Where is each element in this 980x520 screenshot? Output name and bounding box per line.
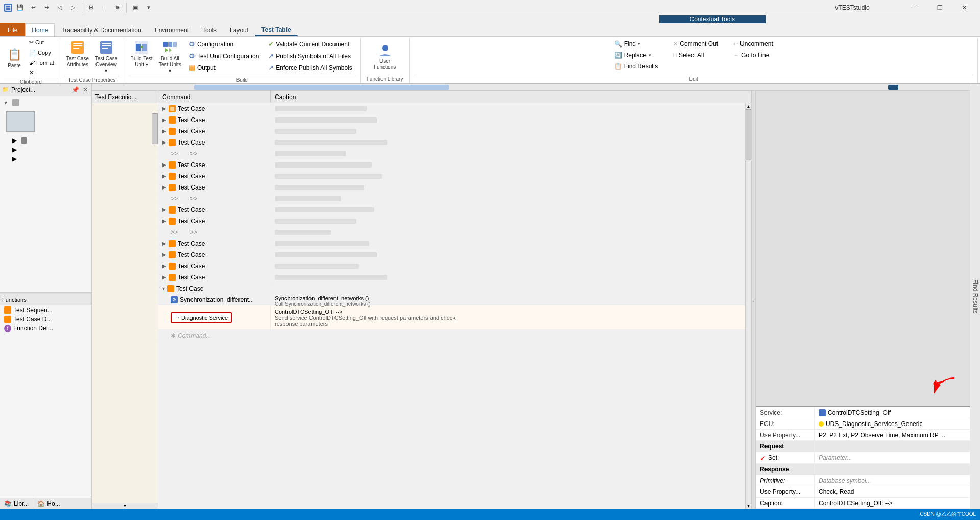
- test-case-overview-button[interactable]: Test CaseOverview ▾: [93, 38, 119, 76]
- configuration-button[interactable]: ⚙ Configuration: [185, 39, 262, 50]
- replace-button[interactable]: 🔄 Replace ▾: [611, 50, 662, 60]
- copy-button[interactable]: 📄 Copy: [26, 48, 58, 58]
- table-row-placeholder[interactable]: ✱ Command...: [158, 330, 751, 341]
- cut-button[interactable]: ✂ Cut: [26, 38, 58, 48]
- enforce-publish-button[interactable]: ↗ Enforce Publish All Symbols: [265, 62, 355, 73]
- table-row-expanded[interactable]: ▾ Test Case: [158, 283, 751, 294]
- svg-rect-8: [102, 45, 111, 46]
- save-icon[interactable]: 💾: [14, 2, 26, 13]
- table-row[interactable]: >> >>: [158, 193, 751, 204]
- props-label-use-property2: Use Property...: [756, 486, 815, 497]
- tool4-icon[interactable]: ▣: [130, 2, 141, 13]
- caption-column-header: Caption: [271, 91, 751, 103]
- maximize-button[interactable]: ❐: [928, 0, 951, 15]
- build-test-unit-button[interactable]: Build TestUnit ▾: [128, 38, 155, 69]
- tree-item-2[interactable]: ▶: [2, 145, 89, 154]
- panel-resize-handle[interactable]: ⋮: [751, 91, 755, 509]
- function-library-label: Function Library: [367, 75, 403, 83]
- table-row[interactable]: ▶ Test Case: [158, 204, 751, 216]
- redo-icon[interactable]: ↪: [41, 2, 52, 13]
- user-functions-button[interactable]: UserFunctions: [371, 40, 399, 72]
- tree-item-1[interactable]: ▶: [2, 136, 89, 145]
- table-row[interactable]: ▶ Test Case: [158, 126, 751, 137]
- paste-button[interactable]: 📋 Paste: [4, 45, 25, 70]
- tab-tools[interactable]: Tools: [196, 23, 223, 36]
- tab-home[interactable]: Home: [25, 23, 55, 36]
- uncomment-button[interactable]: ↩ Uncomment: [730, 39, 777, 49]
- table-row[interactable]: ▶ Test Case: [158, 216, 751, 227]
- center-area: Test Executio... ▼ Command: [92, 84, 970, 509]
- format-button[interactable]: 🖌 Format: [26, 58, 58, 67]
- table-row[interactable]: ▶ Test Case: [158, 182, 751, 193]
- close-button[interactable]: ✕: [952, 0, 976, 15]
- properties-content: Service: ControlDTCSetting_Off ECU:: [756, 406, 970, 509]
- func-item-test-sequen[interactable]: Test Sequen...: [0, 305, 91, 315]
- tab-traceability[interactable]: Traceability & Documentation: [55, 23, 148, 36]
- functions-header: Functions: [0, 294, 91, 305]
- project-tree-item[interactable]: ▾: [2, 98, 89, 107]
- libraries-tab[interactable]: 📚Libr...: [0, 498, 33, 509]
- table-row[interactable]: >> >>: [158, 227, 751, 238]
- table-row[interactable]: ▶ Test Case: [158, 261, 751, 272]
- tab-environment[interactable]: Environment: [148, 23, 196, 36]
- table-row[interactable]: ▶ Test Case: [158, 137, 751, 148]
- contextual-tools-label: Contextual Tools: [659, 15, 766, 23]
- project-close-button[interactable]: ✕: [81, 86, 89, 94]
- build-all-test-units-button[interactable]: Build AllTest Units ▾: [157, 38, 183, 76]
- delete-button[interactable]: ✕: [26, 68, 58, 78]
- project-panel-header: 📁 Project... 📌 ✕: [0, 84, 91, 96]
- find-button[interactable]: 🔍 Find ▾: [611, 39, 662, 49]
- tab-test-table[interactable]: Test Table: [255, 23, 298, 36]
- h-scroll-area[interactable]: [92, 84, 970, 91]
- publish-symbols-button[interactable]: ↗ Publish Symbols of All Files: [265, 51, 355, 61]
- forward-icon[interactable]: ▷: [67, 2, 79, 13]
- command-column-header: Command: [158, 91, 271, 103]
- build-section: Build TestUnit ▾ Build AllTest Units ▾ ⚙: [124, 38, 361, 83]
- table-row-diagnostic[interactable]: ⇒ Diagnostic Service ControlDTCSetting_O…: [158, 305, 751, 330]
- quick-access-icon[interactable]: ▾: [143, 2, 154, 13]
- validate-button[interactable]: ✔ Validate Current Document: [265, 39, 355, 50]
- project-pin-button[interactable]: 📌: [71, 86, 79, 94]
- tool1-icon[interactable]: ⊞: [85, 2, 97, 13]
- output-button[interactable]: ▤ Output: [185, 62, 262, 73]
- table-row[interactable]: ▶ Test Case: [158, 171, 751, 182]
- props-section-response: Response: [756, 464, 970, 475]
- functions-content: Test Sequen... Test Case D... f Function…: [0, 305, 91, 498]
- props-row-primitive: Primitive: Database symbol...: [756, 475, 970, 486]
- func-item-test-case-d[interactable]: Test Case D...: [0, 315, 91, 324]
- table-row[interactable]: ▶ Test Case: [158, 159, 751, 171]
- test-case-attributes-button[interactable]: Test CaseAttributes: [64, 38, 91, 69]
- find-results-tab[interactable]: Find Results: [970, 84, 980, 509]
- commands-body: ▶ Test Case ▶ Test Case: [158, 103, 751, 509]
- table-row[interactable]: ▶ Test Case: [158, 272, 751, 283]
- props-label-request: Request: [756, 441, 815, 452]
- te-scroll-down[interactable]: ▼: [92, 503, 158, 509]
- table-row[interactable]: ▶ Test Case: [158, 114, 751, 126]
- v-scrollbar[interactable]: ▲ ▼: [745, 103, 751, 509]
- properties-panel: ↙ Service:: [755, 91, 970, 509]
- tree-item-3[interactable]: ▶: [2, 154, 89, 163]
- table-row[interactable]: >> >>: [158, 148, 751, 159]
- te-scroll-thumb[interactable]: [152, 113, 158, 144]
- tool2-icon[interactable]: ≡: [99, 2, 110, 13]
- find-results-button[interactable]: 📋 Find Results: [611, 61, 662, 72]
- project-panel: 📁 Project... 📌 ✕ ▾ ▶ ▶: [0, 84, 92, 509]
- home-tab[interactable]: 🏠Ho...: [33, 498, 64, 509]
- table-row[interactable]: ▶ Test Case: [158, 103, 751, 114]
- table-row-sync[interactable]: ⚙ Synchronization_different... Synchroni…: [158, 294, 751, 305]
- table-row[interactable]: ▶ Test Case: [158, 238, 751, 249]
- test-unit-config-button[interactable]: ⚙ Test Unit Configuration: [185, 51, 262, 61]
- undo-icon[interactable]: ↩: [28, 2, 39, 13]
- select-all-button[interactable]: □ Select All: [670, 50, 722, 60]
- go-to-line-button[interactable]: → Go to Line: [730, 50, 777, 60]
- tab-file[interactable]: File: [0, 23, 25, 36]
- comment-out-button[interactable]: ✕ Comment Out: [670, 39, 722, 49]
- svg-rect-15: [168, 42, 172, 47]
- minimize-button[interactable]: —: [903, 0, 927, 15]
- func-item-function-def[interactable]: f Function Def...: [0, 324, 91, 333]
- props-label-primitive: Primitive:: [756, 475, 815, 486]
- back-icon[interactable]: ◁: [54, 2, 65, 13]
- tool3-icon[interactable]: ⊕: [112, 2, 123, 13]
- tab-layout[interactable]: Layout: [223, 23, 255, 36]
- table-row[interactable]: ▶ Test Case: [158, 249, 751, 261]
